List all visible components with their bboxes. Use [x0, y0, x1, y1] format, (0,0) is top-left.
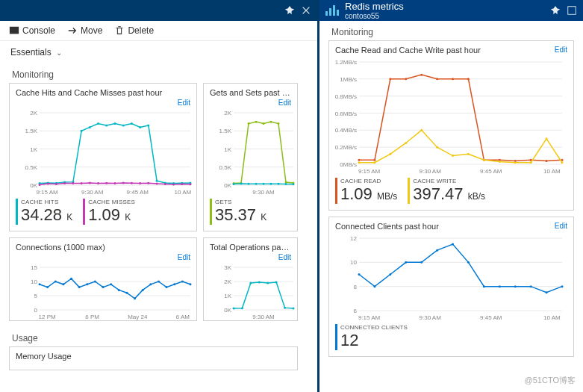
svg-point-153 — [467, 78, 470, 80]
svg-point-33 — [63, 182, 66, 184]
edit-link[interactable]: Edit — [178, 253, 190, 261]
svg-point-122 — [233, 308, 235, 310]
svg-point-109 — [190, 283, 192, 285]
tile-memory-usage[interactable]: Memory Usage — [9, 346, 298, 370]
svg-text:9:30 AM: 9:30 AM — [252, 314, 275, 320]
svg-point-169 — [499, 161, 501, 163]
svg-point-198 — [546, 291, 548, 293]
svg-point-66 — [255, 121, 258, 123]
svg-point-92 — [54, 281, 57, 283]
svg-point-73 — [240, 183, 243, 185]
svg-point-68 — [270, 121, 272, 123]
console-button[interactable]: Console — [9, 25, 55, 36]
metric-label: CACHE WRITE — [413, 178, 485, 184]
svg-text:9:30 AM: 9:30 AM — [252, 189, 275, 196]
svg-point-147 — [373, 159, 375, 161]
tile-title: Cache Read and Cache Write past hour — [335, 46, 481, 55]
svg-point-146 — [358, 159, 361, 161]
maximize-icon[interactable] — [567, 5, 577, 16]
svg-text:1.5K: 1.5K — [219, 128, 232, 134]
tile-connections[interactable]: Connections (1000 max) Edit 05101512 PM6… — [9, 237, 197, 321]
tile-total-ops[interactable]: Total Operations past... Edit 0K1K2K3K9:… — [203, 237, 298, 321]
svg-point-123 — [241, 307, 243, 309]
svg-text:10 AM: 10 AM — [543, 168, 561, 175]
chart-total-ops: 0K1K2K3K9:30 AM — [204, 261, 297, 320]
edit-link[interactable]: Edit — [555, 222, 567, 231]
delete-button[interactable]: Delete — [114, 25, 154, 36]
tile-title: Memory Usage — [16, 352, 72, 361]
essentials-label: Essentials — [10, 47, 52, 57]
svg-point-166 — [452, 155, 454, 157]
svg-point-168 — [483, 159, 485, 161]
svg-point-38 — [105, 182, 107, 184]
tile-cache-hits-misses[interactable]: Cache Hits and Cache Misses past hour Ed… — [9, 83, 197, 231]
edit-link[interactable]: Edit — [555, 46, 567, 55]
svg-point-40 — [122, 182, 125, 184]
svg-point-151 — [436, 78, 438, 80]
svg-point-99 — [110, 283, 112, 285]
move-button[interactable]: Move — [67, 25, 102, 36]
chart-gets-sets: 0K0.5K1K1.5K2K9:30 AM — [204, 107, 297, 196]
svg-point-75 — [255, 183, 258, 185]
svg-text:6 PM: 6 PM — [85, 314, 99, 320]
svg-text:1K: 1K — [224, 293, 231, 299]
svg-point-95 — [78, 286, 81, 288]
svg-text:0K: 0K — [224, 182, 231, 189]
chart-cache-hm: 0K0.5K1K1.5K2K9:15 AM9:30 AM9:45 AM10 AM — [10, 107, 196, 196]
svg-point-34 — [72, 182, 74, 184]
svg-text:6 AM: 6 AM — [176, 314, 190, 320]
close-icon[interactable] — [301, 5, 311, 16]
svg-point-100 — [118, 289, 120, 291]
pin-icon[interactable] — [550, 5, 561, 16]
metric-unit: kB/s — [468, 191, 485, 202]
svg-point-69 — [278, 122, 280, 125]
edit-link[interactable]: Edit — [278, 253, 291, 261]
usage-section-label: Usage — [9, 327, 314, 346]
edit-link[interactable]: Edit — [178, 99, 190, 107]
svg-point-150 — [420, 74, 423, 76]
svg-point-42 — [139, 182, 141, 184]
svg-point-108 — [181, 281, 184, 283]
tile-cache-read-write[interactable]: Cache Read and Cache Write past hour Edi… — [328, 40, 574, 211]
svg-point-129 — [293, 308, 295, 310]
svg-point-101 — [125, 292, 128, 294]
svg-text:9:45 AM: 9:45 AM — [480, 168, 502, 175]
tile-gets-sets[interactable]: Gets and Sets past ho... Edit 0K0.5K1K1.… — [203, 83, 298, 231]
svg-point-44 — [156, 183, 158, 185]
svg-point-187 — [373, 285, 375, 287]
svg-point-152 — [452, 78, 454, 80]
svg-point-160 — [358, 161, 361, 164]
essentials-toggle[interactable]: Essentials ⌄ — [0, 41, 317, 63]
svg-point-80 — [293, 183, 295, 185]
blade-subtitle: contoso55 — [345, 12, 404, 20]
metric-value: 12 — [340, 331, 358, 349]
svg-text:0.5K: 0.5K — [25, 164, 38, 171]
svg-point-163 — [405, 142, 407, 144]
pin-icon[interactable] — [284, 5, 295, 16]
svg-point-94 — [70, 278, 72, 280]
edit-link[interactable]: Edit — [278, 99, 291, 107]
metric-value: 1.09 — [340, 184, 372, 203]
move-icon — [67, 25, 78, 36]
svg-point-104 — [149, 283, 152, 285]
tile-connected-clients[interactable]: Connected Clients past hour Edit 6810129… — [328, 217, 574, 357]
svg-text:10 AM: 10 AM — [175, 189, 192, 196]
svg-point-21 — [122, 124, 125, 126]
svg-point-193 — [467, 261, 470, 264]
svg-point-90 — [39, 283, 41, 285]
svg-text:2K: 2K — [224, 279, 231, 285]
svg-point-98 — [102, 286, 105, 288]
delete-label: Delete — [128, 25, 154, 36]
svg-point-162 — [389, 153, 391, 155]
svg-point-48 — [190, 183, 192, 185]
svg-point-192 — [452, 243, 454, 246]
svg-text:May 24: May 24 — [128, 314, 148, 320]
svg-text:8: 8 — [354, 284, 358, 290]
metric-value: 397.47 — [413, 184, 463, 203]
svg-point-128 — [284, 307, 286, 309]
svg-text:0.2MB/s: 0.2MB/s — [335, 144, 357, 151]
monitoring-section-label: Monitoring — [328, 21, 574, 40]
svg-text:1.5K: 1.5K — [25, 128, 38, 134]
svg-point-30 — [39, 184, 41, 186]
svg-point-23 — [139, 126, 141, 128]
